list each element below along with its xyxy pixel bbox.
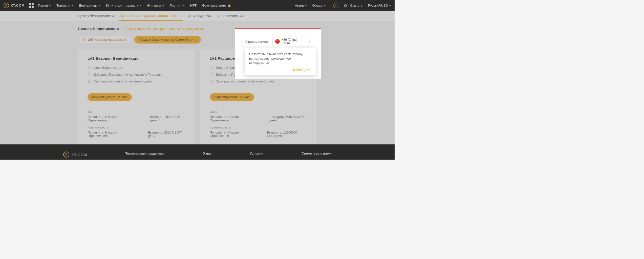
confirm-button[interactable]: Подтвердить — [249, 68, 311, 72]
region-selector[interactable]: +86 [China] [China] — [272, 36, 313, 47]
region-value: +86 [China] [China] — [282, 38, 306, 45]
chevron-down-icon — [308, 41, 310, 42]
region-confirm-popover: Обязательно выберите свою страну/регион … — [245, 48, 316, 75]
popover-message: Обязательно выберите свою страну/регион … — [249, 52, 311, 66]
region-label: Страна/регион — [245, 40, 268, 44]
china-flag-icon — [275, 39, 280, 44]
modal-overlay[interactable] — [0, 0, 395, 160]
